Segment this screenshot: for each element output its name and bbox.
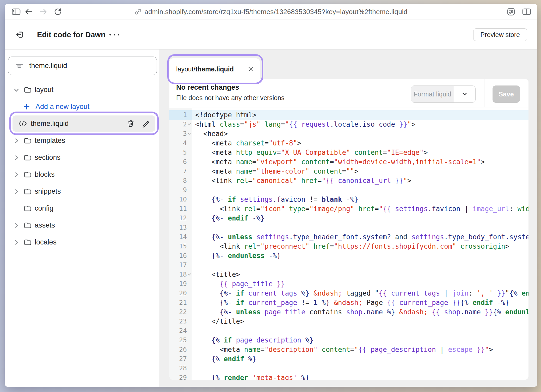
page-settings-icon[interactable] [507, 8, 515, 16]
file-search-input[interactable]: theme.liquid [8, 57, 157, 75]
code-editor[interactable]: 1<!doctype html>2<html class="js" lang="… [169, 108, 528, 380]
code-text: {% endif %} [192, 354, 256, 364]
code-text [192, 185, 195, 195]
code-line-25[interactable]: 25 {% if page_description %} [169, 335, 528, 345]
chevron-right-icon[interactable] [13, 222, 23, 229]
code-line-19[interactable]: 19 {{ page_title }} [169, 279, 528, 289]
sidebar-folder-sections[interactable]: sections [5, 149, 159, 166]
sidebar-toggle-icon[interactable] [12, 8, 21, 16]
code-line-3[interactable]: 3 <head> [169, 129, 528, 138]
code-line-5[interactable]: 5 <meta http-equiv="X-UA-Compatible" con… [169, 148, 528, 157]
split-view-icon[interactable] [522, 8, 531, 16]
pencil-icon[interactable] [142, 120, 150, 128]
add-new-layout-button[interactable]: Add a new layout [5, 98, 159, 115]
chevron-right-icon[interactable] [13, 171, 23, 178]
address-bar[interactable]: admin.shopify.com/store/rzq1xu-f5/themes… [135, 8, 408, 16]
line-number: 24 [169, 326, 192, 335]
code-line-7[interactable]: 7 <meta name="theme-color" content=""> [169, 167, 528, 176]
code-text: {%- endunless -%} [192, 251, 281, 260]
link-icon [135, 8, 142, 15]
sidebar-file-theme-liquid[interactable]: theme.liquid [13, 115, 155, 132]
line-number: 23 [169, 317, 192, 326]
file-sidebar: theme.liquid layoutAdd a new layouttheme… [5, 50, 160, 387]
folder-icon [23, 204, 35, 212]
code-text: {%- if current_page != 1 %} &ndash; Page… [192, 298, 509, 307]
code-line-15[interactable]: 15 <link rel="preconnect" href="https://… [169, 242, 528, 251]
code-line-21[interactable]: 21 {%- if current_page != 1 %} &ndash; P… [169, 298, 528, 307]
code-line-28[interactable]: 28 [169, 364, 528, 373]
code-text: {%- if current_tags %} &ndash; tagged "{… [192, 289, 528, 298]
code-line-2[interactable]: 2<html class="js" lang="{{ request.local… [169, 120, 528, 129]
code-text [192, 364, 195, 373]
line-number: 26 [169, 345, 192, 354]
fold-chevron-icon[interactable] [188, 272, 191, 275]
line-number: 15 [169, 242, 192, 251]
code-line-20[interactable]: 20 {%- if current_tags %} &ndash; tagged… [169, 289, 528, 298]
plus-icon [23, 103, 30, 110]
tab-label: layout/theme.liquid [176, 65, 248, 73]
line-number: 5 [169, 148, 192, 157]
code-line-11[interactable]: 11 <link rel="icon" type="image/png" hre… [169, 204, 528, 213]
sidebar-folder-snippets[interactable]: snippets [5, 183, 159, 200]
format-caret-button[interactable] [454, 86, 475, 102]
code-line-17[interactable]: 17 [169, 260, 528, 270]
line-number: 11 [169, 204, 192, 213]
preview-store-button[interactable]: Preview store [473, 28, 527, 41]
sidebar-folder-config[interactable]: config [5, 200, 159, 217]
line-number: 20 [169, 289, 192, 298]
reload-icon[interactable] [54, 8, 62, 16]
code-line-16[interactable]: 16 {%- endunless -%} [169, 251, 528, 260]
code-line-14[interactable]: 14 {%- unless settings.type_header_font.… [169, 232, 528, 242]
line-number: 7 [169, 167, 192, 176]
sidebar-folder-assets[interactable]: assets [5, 217, 159, 234]
line-number: 17 [169, 260, 192, 270]
fold-chevron-icon[interactable] [188, 122, 191, 125]
back-icon[interactable] [25, 8, 33, 15]
line-number: 29 [169, 373, 192, 380]
fold-chevron-icon[interactable] [188, 131, 191, 135]
sidebar-folder-blocks[interactable]: blocks [5, 166, 159, 183]
code-text: <meta name="theme-color" content=""> [192, 167, 358, 176]
exit-icon[interactable] [15, 30, 24, 39]
chevron-right-icon[interactable] [13, 239, 23, 246]
code-line-29[interactable]: 29 {% render 'meta-tags' %} [169, 373, 528, 380]
chevron-right-icon[interactable] [13, 137, 23, 144]
code-line-10[interactable]: 10 {%- if settings.favicon != blank -%} [169, 195, 528, 204]
chevron-right-icon[interactable] [13, 188, 23, 195]
format-liquid-button[interactable]: Format liquid [411, 85, 476, 103]
save-button[interactable]: Save [493, 85, 520, 103]
line-number: 3 [169, 129, 192, 138]
code-text: {{ page_title }} [192, 279, 285, 289]
sidebar-file-row: theme.liquid [5, 115, 159, 132]
code-line-26[interactable]: 26 <meta name="description" content="{{ … [169, 345, 528, 354]
code-line-1[interactable]: 1<!doctype html> [169, 110, 528, 120]
line-number: 2 [169, 120, 192, 129]
line-number: 22 [169, 307, 192, 317]
more-menu-button[interactable] [109, 34, 119, 35]
chevron-down-icon[interactable] [13, 87, 23, 93]
code-line-4[interactable]: 4 <meta charset="utf-8"> [169, 138, 528, 148]
close-icon[interactable] [248, 66, 254, 72]
folder-icon [23, 154, 35, 162]
code-line-9[interactable]: 9 [169, 185, 528, 195]
code-line-18[interactable]: 18 <title> [169, 270, 528, 279]
chevron-right-icon[interactable] [13, 154, 23, 161]
code-line-6[interactable]: 6 <meta name="viewport" content="width=d… [169, 157, 528, 167]
code-line-23[interactable]: 23 </title> [169, 317, 528, 326]
sidebar-folder-layout[interactable]: layout [5, 81, 159, 98]
code-line-24[interactable]: 24 [169, 326, 528, 335]
tab-theme-liquid[interactable]: layout/theme.liquid [169, 58, 260, 80]
trash-icon[interactable] [127, 120, 135, 128]
code-text [192, 223, 195, 232]
sidebar-folder-locales[interactable]: locales [5, 234, 159, 251]
code-line-27[interactable]: 27 {% endif %} [169, 354, 528, 364]
forward-icon[interactable] [39, 8, 47, 15]
code-line-22[interactable]: 22 {%- unless page_title contains shop.n… [169, 307, 528, 317]
code-line-12[interactable]: 12 {%- endif -%} [169, 213, 528, 223]
code-line-13[interactable]: 13 [169, 223, 528, 232]
line-number: 28 [169, 364, 192, 373]
code-text: {%- if settings.favicon != blank -%} [192, 195, 358, 204]
sidebar-folder-templates[interactable]: templates [5, 132, 159, 149]
code-line-8[interactable]: 8 <link rel="canonical" href="{{ canonic… [169, 176, 528, 185]
code-text: {%- unless page_title contains shop.name… [192, 307, 528, 317]
